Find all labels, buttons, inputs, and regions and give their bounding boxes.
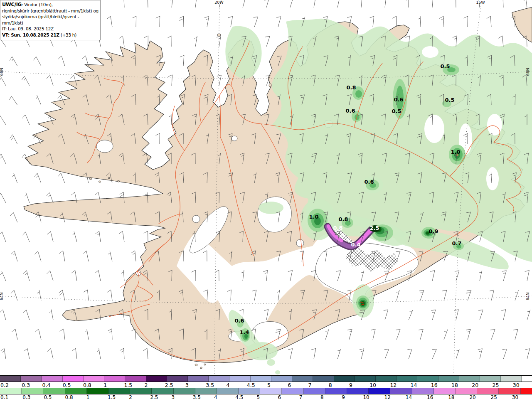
scale-label: 12 bbox=[390, 382, 397, 388]
scale-segment bbox=[438, 376, 459, 382]
scale-label: 25 bbox=[491, 395, 497, 399]
scale-segment bbox=[282, 388, 303, 394]
scale-label: 7 bbox=[308, 382, 311, 388]
scale-segment bbox=[104, 376, 125, 382]
scale-segment bbox=[217, 388, 239, 394]
weather-map: 20W15W66N66N64N64N 0.80.60.60.50.50.51.0… bbox=[0, 0, 532, 375]
scale-segment bbox=[239, 388, 260, 394]
scale-label: 4 bbox=[227, 382, 230, 388]
scale-label: 18 bbox=[448, 395, 454, 399]
scale-segment bbox=[501, 376, 522, 382]
precip-value: 0.8 bbox=[338, 216, 348, 222]
scale-label: 30 bbox=[512, 395, 518, 399]
rain-scale-bar bbox=[0, 388, 532, 394]
scale-label: 9 bbox=[342, 395, 345, 399]
graticule-label: 66N bbox=[0, 68, 4, 76]
colour-scales: 0.20.30.40.50.811.522.533.544.5567891012… bbox=[0, 375, 532, 399]
scale-label: 0.4 bbox=[42, 382, 50, 388]
scale-segment bbox=[369, 388, 390, 394]
scale-segment bbox=[412, 388, 434, 394]
scale-segment bbox=[195, 388, 217, 394]
scale-label: 0.5 bbox=[63, 382, 71, 388]
scale-label: 7 bbox=[299, 395, 303, 399]
scale-segment bbox=[304, 388, 325, 394]
precip-value: 0.6 bbox=[234, 318, 244, 324]
scale-segment bbox=[390, 388, 412, 394]
scale-label: 5 bbox=[267, 382, 271, 388]
scale-segment bbox=[477, 388, 499, 394]
scale-label: 3 bbox=[172, 395, 175, 399]
scale-segment bbox=[63, 376, 84, 382]
scale-segment bbox=[480, 376, 501, 382]
legend-valid-time: VT: Sun. 10.08.2025 21Z (+33 h) bbox=[2, 32, 99, 38]
precip-value: 0.8 bbox=[333, 225, 342, 231]
weather-forecast-screenshot: 20W15W66N66N64N64N 0.80.60.60.50.50.51.0… bbox=[0, 0, 532, 399]
scale-label: 16 bbox=[427, 395, 433, 399]
scale-segment bbox=[167, 376, 188, 382]
scale-segment bbox=[22, 388, 43, 394]
scale-segment bbox=[434, 388, 456, 394]
scale-segment bbox=[108, 388, 130, 394]
scale-segment bbox=[499, 388, 520, 394]
legend-init-time: IT: Lau. 09. 08. 2025 12Z bbox=[2, 26, 99, 32]
precip-value: 0.4 bbox=[351, 241, 360, 248]
glacier-drangajokull bbox=[96, 140, 113, 153]
precip-value: 0.5 bbox=[392, 108, 401, 114]
scale-label: 14 bbox=[411, 382, 417, 388]
scale-label: 3.5 bbox=[193, 395, 201, 399]
sleet-snow-scale-bar bbox=[0, 375, 532, 382]
scale-label: 10 bbox=[363, 395, 369, 399]
precip-value: 0.5 bbox=[445, 97, 454, 103]
precip-value: 1.0 bbox=[451, 149, 460, 155]
scale-segment bbox=[146, 376, 167, 382]
scale-label: 18 bbox=[451, 382, 458, 388]
scale-label: 14 bbox=[406, 395, 412, 399]
scale-label: 16 bbox=[431, 382, 438, 388]
precip-value: 0.5 bbox=[440, 63, 450, 69]
scale-label: 2.5 bbox=[150, 395, 158, 399]
scale-segment bbox=[84, 376, 104, 382]
scale-label: 3 bbox=[185, 382, 189, 388]
scale-segment bbox=[229, 376, 250, 382]
scale-label: 6 bbox=[288, 382, 291, 388]
scale-label: 5 bbox=[256, 395, 260, 399]
legend-box: UWC/IG: Vindur (10m), rigning/skúrir (gr… bbox=[0, 0, 101, 40]
precip-value: 0.6 bbox=[345, 108, 355, 114]
scale-label: 30 bbox=[513, 382, 520, 388]
scale-label: 2 bbox=[129, 395, 132, 399]
scale-label: 10 bbox=[369, 382, 376, 388]
scale-segment bbox=[42, 376, 62, 382]
legend-line-sleet: slydda/snjókoma (grátt/bleikt/grænt - mm… bbox=[2, 14, 99, 26]
legend-line-title: UWC/IG: Vindur (10m), bbox=[2, 2, 99, 8]
scale-segment bbox=[397, 376, 417, 382]
scale-segment bbox=[271, 376, 292, 382]
scale-label: 1.5 bbox=[108, 395, 116, 399]
scale-label: 6 bbox=[278, 395, 281, 399]
scale-segment bbox=[251, 376, 271, 382]
legend-line-rain: rigning/skúrir (grænt/blátt/rautt - mm/1… bbox=[2, 8, 99, 14]
scale-label: 9 bbox=[349, 382, 352, 388]
scale-segment bbox=[130, 388, 152, 394]
precip-value: 1.4 bbox=[239, 329, 249, 335]
scale-label: 1 bbox=[103, 382, 107, 388]
scale-label: 0.1 bbox=[0, 395, 8, 399]
scale-segment bbox=[0, 376, 21, 382]
scale-segment bbox=[334, 376, 355, 382]
scale-label: 8 bbox=[320, 395, 324, 399]
scale-segment bbox=[260, 388, 282, 394]
scale-label: 3.5 bbox=[206, 382, 214, 388]
scale-label: 8 bbox=[329, 382, 332, 388]
precip-value: 0.7 bbox=[452, 240, 461, 246]
scale-segment bbox=[43, 388, 65, 394]
precip-value: 0.8 bbox=[346, 84, 356, 91]
scale-label: 2.5 bbox=[165, 382, 173, 388]
glacier-tungnafellsjokull bbox=[296, 239, 304, 247]
graticule-label: 15W bbox=[476, 0, 485, 5]
precip-value: 0.9 bbox=[429, 228, 438, 234]
sleet-snow-scale-labels: 0.20.30.40.50.811.522.533.544.5567891012… bbox=[0, 382, 532, 388]
scale-label: 0.5 bbox=[44, 395, 52, 399]
scale-segment bbox=[325, 388, 347, 394]
precip-value: 0.6 bbox=[394, 96, 403, 103]
scale-segment bbox=[21, 376, 42, 382]
scale-label: 4 bbox=[214, 395, 217, 399]
